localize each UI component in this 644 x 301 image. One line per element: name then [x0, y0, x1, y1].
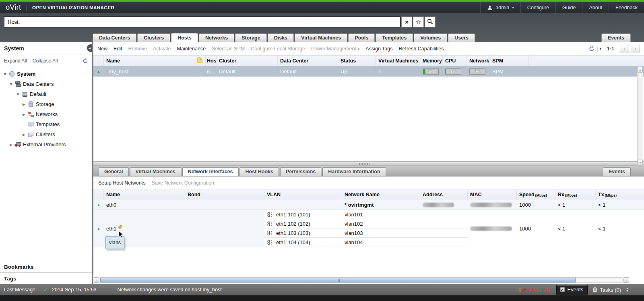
user-menu[interactable]: admin ▾	[480, 2, 520, 13]
vlan-row-102[interactable]: eth1.102 (102)	[264, 219, 342, 228]
power-management-button[interactable]: Power Management▾	[311, 46, 359, 52]
column-data-center[interactable]: Data Center	[278, 56, 338, 66]
column-memory[interactable]: Memory	[420, 56, 443, 66]
tasks-panel-button[interactable]: Tasks (0)	[592, 287, 621, 293]
column-rx[interactable]: Rx(Mbps)	[555, 189, 596, 200]
hosts-grid-vertical-scrollbar[interactable]: ▲ ▼	[637, 66, 643, 166]
column-host[interactable]: Host	[206, 56, 217, 66]
scroll-up-button[interactable]: ▲	[638, 67, 643, 73]
column-mac[interactable]: MAC	[468, 189, 517, 200]
tab-users[interactable]: Users	[448, 33, 475, 42]
horizontal-scrollbar[interactable]: ‹ ›	[94, 277, 629, 283]
refresh-capabilities-button[interactable]: Refresh Capabilities	[399, 46, 444, 52]
tab-volumes[interactable]: Volumes	[414, 33, 447, 42]
subtab-hardware-information[interactable]: Hardware Information	[322, 167, 386, 176]
scroll-down-button[interactable]: ▼	[638, 160, 643, 166]
tab-hosts[interactable]: Hosts	[171, 33, 198, 42]
column-speed[interactable]: Speed(Mbps)	[517, 189, 555, 200]
remove-button[interactable]: Remove	[128, 46, 147, 52]
collapsed-triangle-icon[interactable]: ▶	[8, 143, 14, 147]
events-panel-button[interactable]: Events	[557, 285, 588, 294]
tab-data-centers[interactable]: Data Centers	[93, 33, 136, 42]
subtab-general[interactable]: General	[99, 167, 129, 176]
tree-node-system[interactable]: ▼ System	[0, 69, 92, 79]
collapsed-triangle-icon[interactable]: ▶	[21, 133, 27, 137]
configure-local-storage-button[interactable]: Configure Local Storage	[251, 46, 305, 52]
scroll-left-button[interactable]: ‹	[94, 277, 99, 283]
expanded-triangle-icon[interactable]: ▼	[15, 92, 21, 96]
host-row-my-host[interactable]: ▲ ! my_host n... Default Default Up 1 15…	[93, 66, 644, 77]
subtab-host-hooks[interactable]: Host Hooks	[240, 167, 279, 176]
panel-splitter[interactable]	[93, 161, 644, 166]
alerts-button[interactable]: ! Alerts (1)	[519, 287, 550, 293]
nic-row-eth0[interactable]: ▲ eth0 * ovirtmgmt 1000 < 1 < 1	[93, 200, 644, 210]
search-input[interactable]	[4, 17, 400, 27]
column-tx[interactable]: Tx(Mbps)	[596, 189, 644, 200]
tree-node-external-providers[interactable]: ▶ External Providers	[0, 139, 92, 149]
subtab-permissions[interactable]: Permissions	[280, 167, 321, 176]
tree-node-networks[interactable]: ▶ Networks	[0, 109, 92, 119]
activate-button[interactable]: Activate	[153, 46, 171, 52]
panel-resize-arrows[interactable]: ▲ ▼	[626, 287, 629, 292]
column-network[interactable]: Network	[467, 56, 490, 66]
search-button[interactable]	[425, 17, 436, 27]
menu-configure[interactable]: Configure	[520, 2, 555, 13]
tab-virtual-machines[interactable]: Virtual Machines	[295, 33, 347, 42]
column-spm[interactable]: SPM	[490, 56, 529, 66]
menu-feedback[interactable]: Feedback	[609, 2, 644, 13]
column-bond[interactable]: Bond	[185, 189, 264, 200]
vlan-row-104[interactable]: eth1.104 (104)	[264, 238, 342, 247]
column-address[interactable]: Address	[420, 189, 468, 200]
tab-storage[interactable]: Storage	[235, 33, 267, 42]
setup-host-networks-button[interactable]: Setup Host Networks	[98, 180, 145, 186]
clear-search-button[interactable]: ×	[401, 17, 412, 27]
tree-node-clusters[interactable]: ▶ Clusters	[0, 129, 92, 139]
menu-guide[interactable]: Guide	[555, 2, 582, 13]
vlan-row-103[interactable]: eth1.103 (103)	[264, 228, 342, 238]
subtab-events[interactable]: Events	[603, 167, 631, 176]
expand-all-link[interactable]: Expand All	[4, 58, 27, 64]
tab-disks[interactable]: Disks	[268, 33, 294, 42]
tab-events[interactable]: Events	[601, 33, 631, 42]
column-cluster[interactable]: Cluster	[217, 56, 278, 66]
subtab-network-interfaces[interactable]: Network Interfaces	[182, 167, 239, 176]
column-name[interactable]: Name	[104, 189, 185, 200]
collapse-panel-button[interactable]: ◀	[87, 44, 92, 52]
save-network-configuration-button[interactable]: Save Network Configuration	[151, 180, 214, 186]
maintenance-button[interactable]: Maintenance	[177, 46, 206, 52]
tab-templates[interactable]: Templates	[376, 33, 413, 42]
grid-refresh-button[interactable]: | ▾	[589, 46, 601, 52]
tree-refresh-button[interactable]	[83, 58, 88, 64]
column-network-name[interactable]: Network Name	[342, 189, 420, 200]
new-button[interactable]: New	[97, 46, 107, 52]
assign-tags-button[interactable]: Assign Tags	[365, 46, 392, 52]
expanded-triangle-icon[interactable]: ▼	[2, 72, 8, 76]
collapse-all-link[interactable]: Collapse All	[33, 58, 58, 64]
expanded-triangle-icon[interactable]: ▼	[8, 82, 14, 86]
tab-networks[interactable]: Networks	[199, 33, 234, 42]
splitter-grip[interactable]	[359, 163, 369, 165]
column-note[interactable]	[196, 56, 206, 66]
bookmark-search-button[interactable]: ☆	[413, 17, 424, 27]
tree-node-data-centers[interactable]: ▼ Data Centers	[0, 79, 92, 89]
select-as-spm-button[interactable]: Select as SPM	[212, 46, 245, 52]
column-virtual-machines[interactable]: Virtual Machines	[376, 56, 420, 66]
prev-page-button[interactable]: ‹	[620, 45, 629, 53]
scroll-right-button[interactable]: ›	[623, 277, 629, 283]
tab-pools[interactable]: Pools	[348, 33, 375, 42]
scrollbar-track[interactable]	[100, 277, 623, 283]
edit-button[interactable]: Edit	[114, 46, 122, 52]
vlan-row-101[interactable]: eth1.101 (101)	[264, 210, 342, 219]
tree-node-default[interactable]: ▼ Default	[0, 89, 92, 99]
tags-section-header[interactable]: Tags	[0, 272, 92, 284]
menu-about[interactable]: About	[582, 2, 609, 13]
column-cpu[interactable]: CPU	[443, 56, 467, 66]
column-status[interactable]: Status	[338, 56, 376, 66]
column-vlan[interactable]: VLAN	[264, 189, 342, 200]
column-name[interactable]: Name	[104, 56, 196, 66]
tab-clusters[interactable]: Clusters	[137, 33, 170, 42]
tree-node-templates[interactable]: Templates	[0, 119, 92, 129]
next-page-button[interactable]: ›	[631, 45, 640, 53]
nic-row-eth1[interactable]: ▲ eth1 eth1.101 (101) eth1.102 (102)	[93, 210, 644, 247]
tree-node-storage[interactable]: ▶ Storage	[0, 99, 92, 109]
